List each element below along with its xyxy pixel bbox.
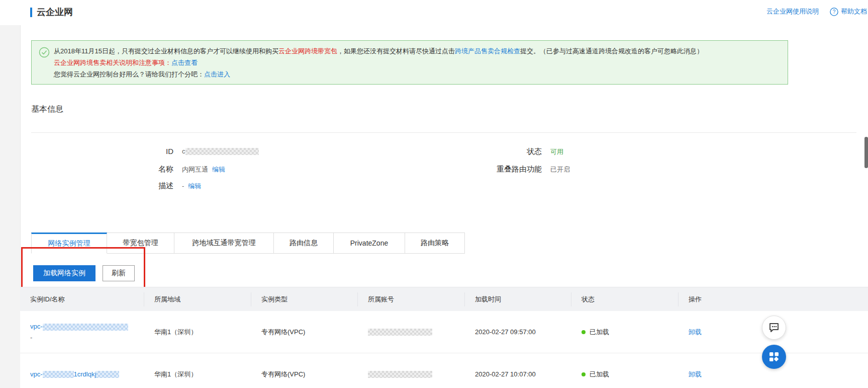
collapsed-sidebar-strip [0, 25, 21, 388]
status-text: 已加载 [590, 328, 609, 336]
banner-text: ，如果您还没有提交材料请尽快通过点击 [337, 47, 455, 55]
compliance-check-link[interactable]: 跨境产品售卖合规检查 [455, 47, 520, 55]
basic-info-title: 基本信息 [31, 104, 63, 115]
status-dot [582, 372, 586, 376]
status-value: 可用 [550, 147, 563, 157]
info-row-overlap-routing: 重叠路由功能 已开启 [452, 165, 570, 174]
table-row: vpc- - 华南1（深圳） 专有网络(VPC) 2020-02-27 09:5… [20, 311, 868, 353]
notice-banner: 从2018年11月15日起，只有提交过企业材料信息的客户才可以继续使用和购买云企… [31, 40, 788, 85]
edit-name-link[interactable]: 编辑 [212, 165, 225, 174]
section-divider [31, 132, 856, 133]
actions-cell: 卸载 [679, 370, 868, 379]
view-notice-link[interactable]: 点击查看 [171, 59, 198, 66]
info-row-description: 描述 - 编辑 [31, 181, 201, 191]
info-row-id: ID c [31, 147, 259, 156]
instance-id-cell: vpc-1crdlqkj [20, 370, 144, 378]
censored-instance-id [96, 371, 119, 378]
tab-bandwidth-packages[interactable]: 带宽包管理 [107, 232, 174, 254]
usage-guide-link[interactable]: 云企业网使用说明 [766, 7, 819, 16]
page-title-text: 云企业网 [37, 6, 73, 18]
success-check-icon [39, 47, 50, 61]
network-instance-table: 实例ID/名称 所属地域 实例类型 所属账号 加载时间 状态 操作 vpc- -… [20, 287, 868, 388]
tab-route-info[interactable]: 路由信息 [274, 232, 334, 254]
banner-text: 从2018年11月15日起，只有提交过企业材料信息的客户才可以继续使用和购买 [54, 47, 278, 55]
name-value: 内网互通 [182, 165, 208, 174]
banner-red-notice: 云企业网跨境售卖相关说明和注意事项： [54, 59, 171, 66]
help-doc-link[interactable]: ? 帮助文档 [830, 7, 867, 16]
account-cell [358, 328, 465, 336]
detach-link[interactable]: 卸载 [689, 370, 702, 378]
help-doc-label: 帮助文档 [841, 7, 867, 16]
censored-instance-id [43, 371, 74, 378]
col-instance-type: 实例类型 [251, 292, 358, 306]
chat-bubble-icon [768, 322, 780, 334]
title-accent-bar [30, 8, 32, 17]
top-bar: 云企业网 云企业网使用说明 ? 帮助文档 [0, 0, 868, 25]
load-time-cell: 2020-02-27 09:57:00 [465, 328, 571, 336]
instance-id-cell: vpc- - [20, 323, 144, 341]
question-circle-icon: ? [830, 8, 838, 16]
feedback-chat-button[interactable] [762, 316, 786, 340]
rating-link[interactable]: 点击进入 [204, 70, 230, 78]
status-dot [582, 330, 586, 334]
refresh-button[interactable]: 刷新 [103, 265, 135, 281]
col-status: 状态 [571, 292, 679, 306]
description-label: 描述 [31, 181, 173, 191]
tab-cross-region-bandwidth[interactable]: 跨地域互通带宽管理 [174, 232, 274, 254]
banner-red-text: 云企业网跨境带宽包 [278, 47, 337, 55]
banner-text: 提交。（已参与过高速通道跨境合规改造的客户可忽略此消息） [520, 47, 703, 55]
table-header-row: 实例ID/名称 所属地域 实例类型 所属账号 加载时间 状态 操作 [20, 287, 868, 311]
region-cell: 华南1（深圳） [144, 370, 251, 379]
region-cell: 华南1（深圳） [144, 328, 251, 337]
censored-instance-id [43, 324, 128, 331]
edit-description-link[interactable]: 编辑 [188, 182, 201, 191]
table-row: vpc-1crdlqkj 华南1（深圳） 专有网络(VPC) 2020-02-2… [20, 353, 868, 388]
col-actions: 操作 [679, 292, 868, 306]
col-instance-id: 实例ID/名称 [20, 292, 144, 306]
svg-text:?: ? [833, 9, 836, 15]
status-cell: 已加载 [571, 370, 679, 379]
banner-line-3: 您觉得云企业网控制台好用么？请给我们打个分吧：点击进入 [54, 68, 781, 80]
load-time-cell: 2020-02-27 10:07:00 [465, 370, 571, 378]
instance-name: - [30, 334, 144, 341]
app-grid-icon [768, 351, 780, 362]
instance-id-link[interactable]: vpc-1crdlqkj [30, 370, 144, 378]
censored-id-value [185, 148, 259, 155]
col-region: 所属地域 [144, 292, 251, 306]
page-title: 云企业网 [30, 6, 73, 18]
col-account: 所属账号 [358, 292, 465, 306]
instance-toolbar: 加载网络实例 刷新 [33, 265, 135, 281]
banner-line-1: 从2018年11月15日起，只有提交过企业材料信息的客户才可以继续使用和购买云企… [54, 45, 781, 57]
banner-line-2: 云企业网跨境售卖相关说明和注意事项：点击查看 [54, 57, 781, 68]
instance-id-link[interactable]: vpc- [30, 323, 144, 331]
description-value: - [182, 182, 184, 190]
load-network-instance-button[interactable]: 加载网络实例 [33, 265, 95, 281]
tab-network-instances[interactable]: 网络实例管理 [31, 232, 107, 254]
detach-link[interactable]: 卸载 [689, 328, 702, 336]
id-value: c [182, 147, 259, 156]
vertical-scrollbar-thumb[interactable] [864, 137, 868, 168]
quick-entry-button[interactable] [762, 345, 786, 369]
cen-console-page: 云企业网 云企业网使用说明 ? 帮助文档 从2018年11月15日起，只有提交过… [0, 0, 868, 388]
instance-type-cell: 专有网络(VPC) [251, 328, 358, 337]
col-load-time: 加载时间 [465, 292, 571, 306]
censored-account [368, 371, 432, 378]
tab-privatezone[interactable]: PrivateZone [334, 232, 405, 254]
topbar-links: 云企业网使用说明 ? 帮助文档 [766, 7, 867, 16]
detail-tabs: 网络实例管理 带宽包管理 跨地域互通带宽管理 路由信息 PrivateZone … [31, 232, 465, 254]
info-row-status: 状态 可用 [452, 147, 563, 157]
account-cell [358, 370, 465, 378]
overlap-routing-label: 重叠路由功能 [452, 165, 542, 174]
rating-prompt-text: 您觉得云企业网控制台好用么？请给我们打个分吧： [54, 70, 204, 78]
censored-account [368, 329, 432, 336]
info-row-name: 名称 内网互通 编辑 [31, 165, 225, 174]
status-text: 已加载 [590, 370, 609, 378]
name-label: 名称 [31, 165, 173, 174]
status-label: 状态 [452, 147, 542, 157]
instance-type-cell: 专有网络(VPC) [251, 370, 358, 379]
overlap-routing-value: 已开启 [550, 165, 570, 174]
id-label: ID [31, 147, 173, 156]
status-cell: 已加载 [571, 328, 679, 337]
tab-route-policy[interactable]: 路由策略 [405, 232, 465, 254]
